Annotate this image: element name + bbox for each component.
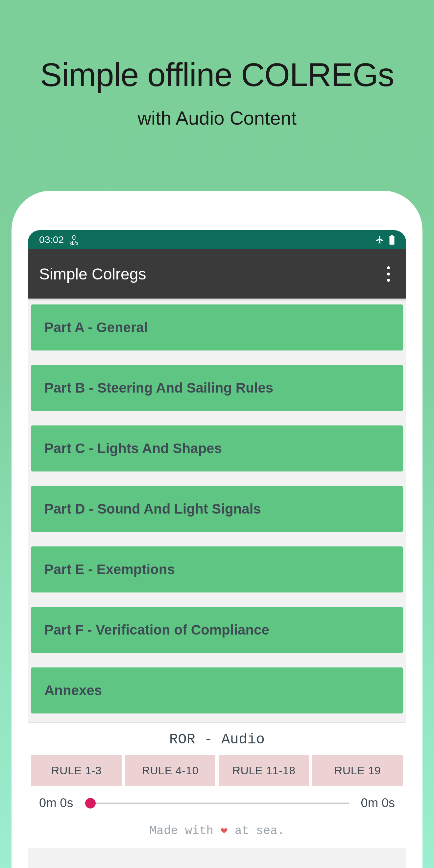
audio-section-title: ROR - Audio	[28, 725, 406, 755]
svg-rect-1	[391, 235, 393, 236]
rule-tab-11-18[interactable]: RULE 11-18	[219, 755, 309, 786]
part-item-d[interactable]: Part D - Sound And Light Signals	[31, 486, 403, 532]
status-bar: 03:02 0 kb/s	[28, 230, 406, 249]
part-item-f[interactable]: Part F - Verification of Compliance	[31, 607, 403, 653]
rule-tab-1-3[interactable]: RULE 1-3	[31, 755, 122, 786]
airplane-mode-icon	[375, 235, 384, 244]
audio-time-total: 0m 0s	[352, 796, 395, 810]
status-time: 03:02	[39, 234, 64, 245]
audio-seek-slider[interactable]	[85, 797, 349, 810]
parts-list: Part A - General Part B - Steering And S…	[28, 299, 406, 713]
overflow-menu-icon[interactable]	[382, 264, 395, 284]
part-item-c[interactable]: Part C - Lights And Shapes	[31, 426, 403, 471]
slider-thumb-icon[interactable]	[85, 798, 96, 808]
svg-rect-0	[390, 236, 395, 245]
part-item-annexes[interactable]: Annexes	[31, 668, 403, 713]
rule-tab-19[interactable]: RULE 19	[312, 755, 403, 786]
audio-panel: ROR - Audio RULE 1-3 RULE 4-10 RULE 11-1…	[28, 722, 406, 848]
status-network-speed: 0 kb/s	[70, 234, 78, 245]
part-item-a[interactable]: Part A - General	[31, 305, 403, 350]
app-title: Simple Colregs	[39, 265, 146, 283]
footer-credit: Made with ❤ at sea.	[28, 813, 406, 848]
rule-tabs: RULE 1-3 RULE 4-10 RULE 11-18 RULE 19	[28, 755, 406, 786]
heart-icon: ❤	[221, 824, 228, 838]
device-screen: 03:02 0 kb/s Simple Colregs	[28, 230, 406, 868]
rule-tab-4-10[interactable]: RULE 4-10	[125, 755, 215, 786]
app-bar: Simple Colregs	[28, 249, 406, 299]
part-item-e[interactable]: Part E - Exemptions	[31, 547, 403, 592]
phone-frame: 03:02 0 kb/s Simple Colregs	[11, 191, 423, 868]
hero-title: Simple offline COLREGs	[0, 56, 434, 94]
battery-icon	[389, 235, 395, 245]
part-item-b[interactable]: Part B - Steering And Sailing Rules	[31, 365, 403, 411]
hero-subtitle: with Audio Content	[0, 107, 434, 129]
audio-time-elapsed: 0m 0s	[39, 796, 82, 810]
